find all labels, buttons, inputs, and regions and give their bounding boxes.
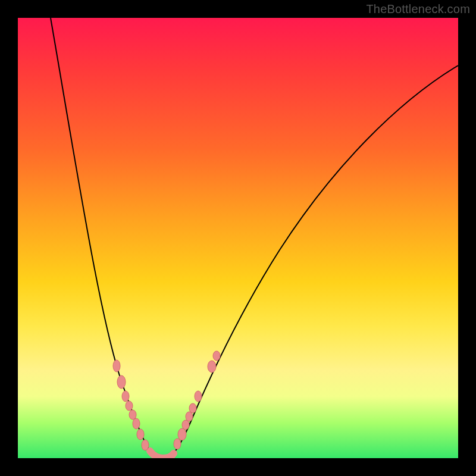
dot-right	[195, 391, 202, 402]
chart-svg	[18, 18, 458, 458]
dot-left	[133, 418, 140, 429]
outer-frame: TheBottleneck.com	[0, 0, 476, 476]
curve-right	[171, 65, 458, 456]
dot-left	[113, 360, 120, 372]
dot-right	[182, 420, 189, 430]
dot-left	[142, 440, 149, 450]
dot-left	[117, 375, 126, 389]
dot-left	[129, 410, 136, 419]
dot-left	[137, 429, 144, 440]
trough-highlight	[150, 451, 174, 458]
plot-area	[18, 18, 458, 458]
dot-left	[126, 401, 133, 411]
curve-left	[51, 18, 155, 456]
dot-right	[186, 412, 193, 421]
watermark-text: TheBottleneck.com	[366, 2, 470, 16]
dot-right	[174, 439, 181, 449]
dot-right	[213, 351, 220, 361]
dot-right	[189, 403, 196, 413]
dot-right	[208, 361, 216, 372]
dot-right	[178, 428, 186, 440]
dot-left	[122, 391, 129, 402]
